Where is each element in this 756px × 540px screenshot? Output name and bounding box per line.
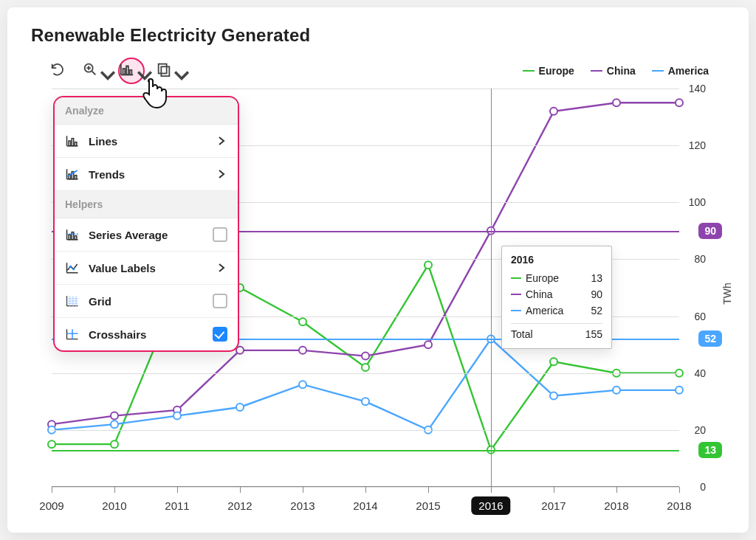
svg-point-34 xyxy=(236,404,244,411)
chevron-down-icon xyxy=(100,67,107,75)
svg-point-41 xyxy=(676,387,683,394)
x-tick xyxy=(177,487,178,493)
svg-point-23 xyxy=(236,347,244,354)
x-tick-label: 2017 xyxy=(541,499,566,512)
svg-rect-4 xyxy=(123,69,126,75)
y-axis-title: TWh xyxy=(721,283,733,305)
menu-item-label: Crosshairs xyxy=(89,328,213,341)
x-tick-label: 2013 xyxy=(290,499,315,512)
gridline xyxy=(52,373,679,374)
y-tick-label: 100 xyxy=(689,196,706,208)
svg-point-24 xyxy=(299,347,306,354)
svg-point-28 xyxy=(550,108,557,115)
svg-rect-44 xyxy=(75,142,77,146)
x-tick xyxy=(616,487,617,493)
legend-label: China xyxy=(607,65,636,77)
chevron-down-icon xyxy=(137,67,144,75)
crosshair-tooltip: 2016 Europe 13 China 90 America 52 Total… xyxy=(501,246,612,349)
tooltip-total-value: 155 xyxy=(585,328,602,340)
menu-header-analyze: Analyze xyxy=(55,97,238,125)
svg-rect-5 xyxy=(126,66,128,75)
analyze-menu: Analyze Lines Trends Helpers S xyxy=(53,96,239,352)
x-tick-label: 2015 xyxy=(416,499,440,512)
x-tick xyxy=(303,487,303,493)
svg-rect-7 xyxy=(159,64,167,74)
chevron-right-icon xyxy=(216,168,227,180)
menu-item-series-average[interactable]: Series Average xyxy=(55,218,238,252)
svg-point-9 xyxy=(48,440,55,448)
chart-legend: Europe China America xyxy=(523,65,709,77)
lines-icon xyxy=(65,134,80,148)
tooltip-series-label: America xyxy=(526,305,563,316)
y-tick-label: 80 xyxy=(694,253,706,265)
chart-card: Renewable Electricity Generated xyxy=(7,7,749,533)
tooltip-series-label: China xyxy=(526,288,553,300)
zoom-button[interactable] xyxy=(81,58,108,84)
x-tick-label: 2011 xyxy=(165,499,189,512)
x-tick-label: 2014 xyxy=(353,499,377,512)
y-tick-label: 120 xyxy=(689,139,706,151)
x-tick-label: 2010 xyxy=(102,499,126,512)
menu-item-label: Grid xyxy=(89,295,213,308)
svg-rect-6 xyxy=(130,70,132,75)
undo-button[interactable] xyxy=(44,58,71,84)
svg-point-52 xyxy=(69,266,72,268)
svg-rect-50 xyxy=(75,236,77,240)
x-tick xyxy=(240,487,241,493)
menu-header-helpers: Helpers xyxy=(55,191,238,218)
menu-item-lines[interactable]: Lines xyxy=(55,125,238,158)
analyze-button[interactable] xyxy=(118,58,145,84)
svg-point-40 xyxy=(613,387,620,394)
x-tick xyxy=(679,487,680,493)
tooltip-row: China 90 xyxy=(511,286,602,302)
menu-item-label: Value Labels xyxy=(89,262,216,274)
menu-item-trends[interactable]: Trends xyxy=(55,158,238,191)
x-tick-label: 2018 xyxy=(604,499,628,512)
legend-item-china[interactable]: China xyxy=(591,65,636,77)
tooltip-row: Europe 13 xyxy=(511,270,602,286)
copy-button[interactable] xyxy=(155,58,182,84)
svg-rect-48 xyxy=(69,235,71,240)
svg-point-39 xyxy=(550,392,557,400)
svg-point-26 xyxy=(425,341,432,348)
series-end-badge: 13 xyxy=(698,442,722,458)
svg-rect-47 xyxy=(75,176,77,179)
zoom-icon xyxy=(82,61,98,80)
x-tick-label: 2009 xyxy=(39,499,63,512)
tooltip-series-value: 90 xyxy=(591,288,602,300)
legend-item-europe[interactable]: Europe xyxy=(523,65,574,77)
svg-point-53 xyxy=(72,268,75,270)
chart-title: Renewable Electricity Generated xyxy=(31,25,725,46)
menu-item-label: Trends xyxy=(89,168,216,181)
legend-label: Europe xyxy=(539,65,574,77)
y-tick-label: 140 xyxy=(689,83,706,94)
series-average-icon xyxy=(65,227,80,242)
legend-label: America xyxy=(668,65,709,77)
crosshair-line xyxy=(491,89,492,487)
tooltip-total-row: Total 155 xyxy=(511,323,602,342)
checkbox-series-average[interactable] xyxy=(213,227,227,242)
trends-icon xyxy=(65,167,80,181)
legend-item-america[interactable]: America xyxy=(652,65,709,77)
menu-item-label: Lines xyxy=(89,135,216,148)
series-end-badge: 90 xyxy=(698,223,722,239)
checkbox-grid[interactable] xyxy=(213,294,227,308)
checkbox-crosshairs[interactable] xyxy=(213,327,227,342)
tooltip-series-value: 52 xyxy=(591,305,602,316)
menu-item-crosshairs[interactable]: Crosshairs xyxy=(55,318,238,350)
gridline xyxy=(52,430,679,431)
undo-icon xyxy=(49,61,66,80)
y-tick-label: 0 xyxy=(700,481,706,493)
tooltip-series-label: Europe xyxy=(526,272,559,284)
svg-rect-43 xyxy=(72,139,74,146)
x-tick xyxy=(365,487,366,493)
series-end-badge: 52 xyxy=(698,330,722,347)
menu-item-grid[interactable]: Grid xyxy=(55,285,238,318)
menu-item-value-labels[interactable]: Value Labels xyxy=(55,252,238,285)
x-tick-label: 2012 xyxy=(227,499,252,512)
svg-point-15 xyxy=(425,261,432,269)
svg-point-33 xyxy=(173,412,181,420)
x-tick xyxy=(114,487,115,493)
chevron-down-icon xyxy=(173,67,181,75)
svg-point-30 xyxy=(676,99,683,106)
